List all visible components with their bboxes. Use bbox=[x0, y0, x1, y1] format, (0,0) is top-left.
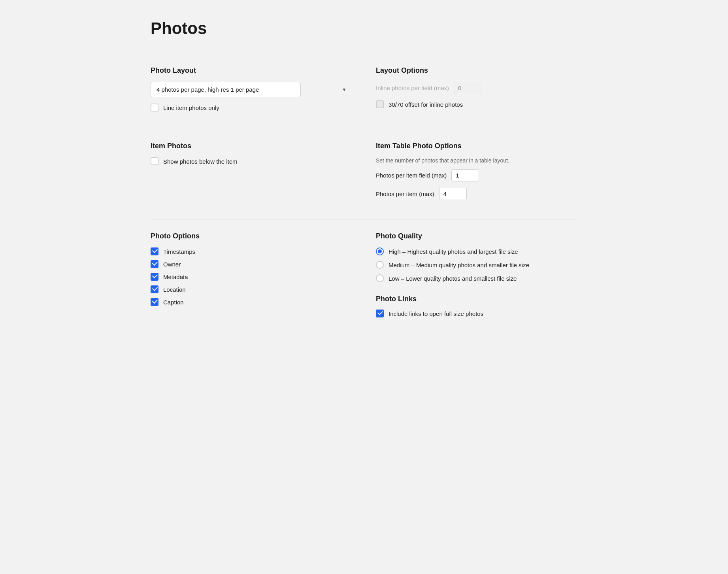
photo-options-title: Photo Options bbox=[151, 232, 352, 240]
caption-label[interactable]: Caption bbox=[163, 299, 184, 306]
photos-per-item-input[interactable] bbox=[439, 188, 467, 200]
section-photo-options: Photo Options Timestamps Owner Metadata … bbox=[151, 219, 577, 335]
offset-label: 30/70 offset for inline photos bbox=[389, 101, 463, 108]
offset-checkbox-row: 30/70 offset for inline photos bbox=[376, 100, 577, 108]
col-photo-options: Photo Options Timestamps Owner Metadata … bbox=[151, 232, 352, 322]
line-item-photos-label[interactable]: Line item photos only bbox=[163, 104, 219, 111]
photo-links-row: Include links to open full size photos bbox=[376, 310, 577, 317]
metadata-row: Metadata bbox=[151, 273, 352, 281]
col-layout-options: Layout Options Inline photos per field (… bbox=[376, 66, 577, 116]
quality-medium-label[interactable]: Medium – Medium quality photos and small… bbox=[389, 262, 529, 268]
caption-checkbox[interactable] bbox=[151, 298, 158, 306]
col-item-photos: Item Photos Show photos below the item bbox=[151, 142, 352, 206]
photo-links-title: Photo Links bbox=[376, 295, 577, 303]
item-table-options-title: Item Table Photo Options bbox=[376, 142, 577, 150]
inline-photos-input[interactable] bbox=[454, 82, 481, 94]
page-title: Photos bbox=[151, 19, 577, 38]
layout-dropdown[interactable]: 4 photos per page, high-res 1 per page 2… bbox=[151, 82, 301, 97]
photos-per-item-row: Photos per item (max) bbox=[376, 188, 577, 200]
section-photo-layout: Photo Layout 4 photos per page, high-res… bbox=[151, 54, 577, 129]
layout-options-title: Layout Options bbox=[376, 66, 577, 75]
timestamps-checkbox[interactable] bbox=[151, 247, 158, 255]
location-row: Location bbox=[151, 285, 352, 293]
item-photos-title: Item Photos bbox=[151, 142, 352, 150]
owner-row: Owner bbox=[151, 260, 352, 268]
quality-medium-row: Medium – Medium quality photos and small… bbox=[376, 261, 577, 269]
photos-per-item-label: Photos per item (max) bbox=[376, 191, 434, 197]
photos-per-item-field-label: Photos per item field (max) bbox=[376, 172, 447, 179]
location-label[interactable]: Location bbox=[163, 286, 186, 293]
photo-links-checkbox[interactable] bbox=[376, 310, 384, 317]
show-photos-checkbox[interactable] bbox=[151, 157, 158, 165]
location-checkbox[interactable] bbox=[151, 285, 158, 293]
photo-quality-title: Photo Quality bbox=[376, 232, 577, 240]
quality-high-label[interactable]: High – Highest quality photos and larges… bbox=[389, 248, 518, 255]
item-table-options-subtitle: Set the number of photos that appear in … bbox=[376, 157, 577, 164]
caption-row: Caption bbox=[151, 298, 352, 306]
line-item-photos-checkbox[interactable] bbox=[151, 104, 158, 111]
quality-low-label[interactable]: Low – Lower quality photos and smallest … bbox=[389, 275, 517, 282]
inline-photos-row: Inline photos per field (max) bbox=[376, 82, 577, 94]
col-photo-layout: Photo Layout 4 photos per page, high-res… bbox=[151, 66, 352, 116]
photos-per-item-field-row: Photos per item field (max) bbox=[376, 169, 577, 181]
quality-low-radio[interactable] bbox=[376, 274, 384, 282]
quality-high-radio[interactable] bbox=[376, 247, 384, 255]
quality-medium-radio[interactable] bbox=[376, 261, 384, 269]
owner-label[interactable]: Owner bbox=[163, 261, 181, 268]
dropdown-arrow-icon: ▼ bbox=[342, 87, 347, 93]
owner-checkbox[interactable] bbox=[151, 260, 158, 268]
quality-low-row: Low – Lower quality photos and smallest … bbox=[376, 274, 577, 282]
line-item-photos-row: Line item photos only bbox=[151, 104, 352, 111]
photos-per-item-field-input[interactable] bbox=[451, 169, 479, 181]
show-photos-label[interactable]: Show photos below the item bbox=[163, 158, 238, 165]
layout-dropdown-wrapper: 4 photos per page, high-res 1 per page 2… bbox=[151, 82, 352, 97]
photo-layout-title: Photo Layout bbox=[151, 66, 352, 75]
photo-links-label[interactable]: Include links to open full size photos bbox=[389, 310, 483, 317]
col-photo-quality: Photo Quality High – Highest quality pho… bbox=[376, 232, 577, 322]
page-container: Photos Photo Layout 4 photos per page, h… bbox=[127, 0, 601, 354]
metadata-checkbox[interactable] bbox=[151, 273, 158, 281]
section-item-photos: Item Photos Show photos below the item I… bbox=[151, 129, 577, 219]
timestamps-row: Timestamps bbox=[151, 247, 352, 255]
show-photos-row: Show photos below the item bbox=[151, 157, 352, 165]
inline-photos-label: Inline photos per field (max) bbox=[376, 85, 449, 91]
quality-high-row: High – Highest quality photos and larges… bbox=[376, 247, 577, 255]
offset-checkbox bbox=[376, 100, 384, 108]
timestamps-label[interactable]: Timestamps bbox=[163, 248, 195, 255]
metadata-label[interactable]: Metadata bbox=[163, 274, 188, 280]
col-item-table-options: Item Table Photo Options Set the number … bbox=[376, 142, 577, 206]
